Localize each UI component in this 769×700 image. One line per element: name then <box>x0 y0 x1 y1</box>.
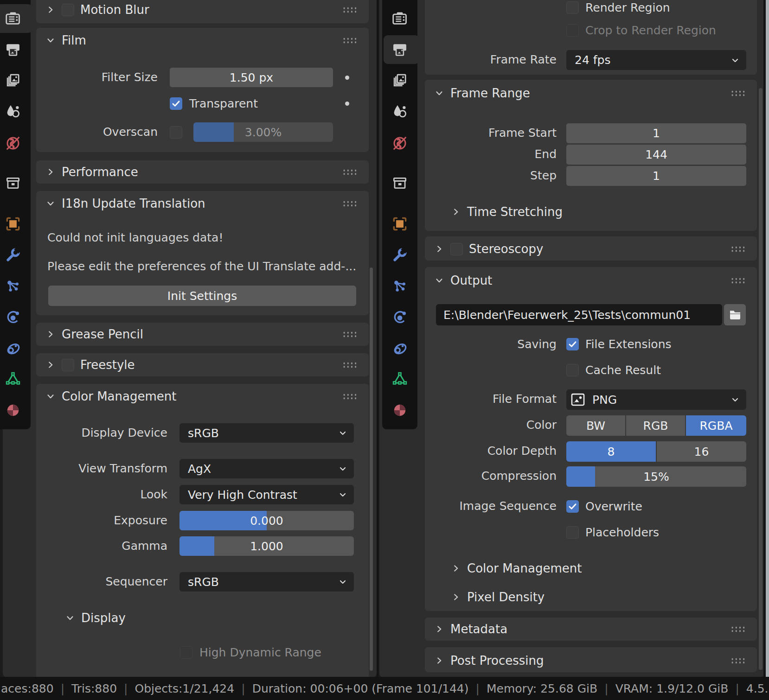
panel-drag-handle[interactable] <box>342 6 357 13</box>
frame-range-header[interactable]: Frame Range <box>425 82 757 105</box>
frame-step-field[interactable]: 1 <box>566 166 746 186</box>
motion-blur-header[interactable]: Motion Blur <box>36 0 369 21</box>
tab-physics-properties[interactable] <box>382 303 417 331</box>
tab-data-properties[interactable] <box>382 365 417 394</box>
color-management-header[interactable]: Color Management <box>36 385 369 408</box>
panel-drag-handle[interactable] <box>342 37 357 44</box>
browse-folder-button[interactable] <box>724 304 746 325</box>
pixel-density-subheader[interactable]: Pixel Density <box>425 585 757 609</box>
cache-result-checkbox[interactable] <box>566 364 579 376</box>
tab-collection-properties[interactable] <box>382 169 417 197</box>
output-color-management-subheader[interactable]: Color Management <box>425 557 757 580</box>
filter-size-field[interactable]: 1.50 px <box>170 68 333 87</box>
frame-rate-dropdown[interactable]: 24 fps <box>566 50 746 70</box>
tab-render-properties[interactable] <box>382 4 417 33</box>
sequencer-dropdown[interactable]: sRGB <box>179 572 354 592</box>
color-bw-button[interactable]: BW <box>566 415 625 436</box>
view-layer-properties-icon <box>4 71 22 89</box>
panel-drag-handle[interactable] <box>731 90 745 96</box>
tab-scene-properties[interactable] <box>382 97 417 126</box>
freestyle-header[interactable]: Freestyle <box>36 353 369 376</box>
object-properties-icon <box>391 215 409 233</box>
tab-world-properties[interactable] <box>0 129 31 158</box>
init-settings-button[interactable]: Init Settings <box>48 286 356 306</box>
display-device-dropdown[interactable]: sRGB <box>179 423 354 443</box>
tab-constraint-properties[interactable] <box>0 334 31 363</box>
view-transform-dropdown[interactable]: AgX <box>179 459 354 478</box>
file-format-dropdown[interactable]: PNG <box>566 389 746 410</box>
overscan-slider[interactable]: 3.00% <box>193 122 333 142</box>
exposure-slider[interactable]: 0.000 <box>179 511 354 530</box>
i18n-header[interactable]: I18n Update Translation <box>36 192 369 215</box>
output-label: Output <box>450 274 492 287</box>
tab-modifier-properties[interactable] <box>0 241 31 269</box>
transparent-checkbox[interactable] <box>170 97 182 110</box>
tab-view-layer-properties[interactable] <box>0 66 31 95</box>
panel-drag-handle[interactable] <box>342 169 357 175</box>
output-path-field[interactable]: E:\Blender\Feuerwerk_25\Tests\commun01 <box>436 304 722 325</box>
display-subheader[interactable]: Display <box>36 606 369 630</box>
tab-object-properties[interactable] <box>0 210 31 238</box>
window-edge <box>766 0 769 700</box>
chevron-down-icon <box>45 198 56 209</box>
hdr-checkbox[interactable] <box>180 646 192 659</box>
color-rgb-button[interactable]: RGB <box>626 415 685 436</box>
tab-output-properties[interactable] <box>382 35 417 64</box>
panel-drag-handle[interactable] <box>731 626 745 632</box>
tab-object-properties[interactable] <box>382 210 417 238</box>
panel-drag-handle[interactable] <box>731 246 745 252</box>
performance-header[interactable]: Performance <box>36 160 369 184</box>
panel-drag-handle[interactable] <box>342 393 357 400</box>
overscan-checkbox[interactable] <box>170 126 182 139</box>
chevron-down-icon <box>731 395 740 404</box>
tab-material-properties[interactable] <box>0 396 31 425</box>
decorator-dot[interactable] <box>345 102 349 106</box>
output-properties-editor: Render Region Crop to Render Region Fram… <box>378 0 764 678</box>
panel-drag-handle[interactable] <box>342 200 357 207</box>
gamma-slider[interactable]: 1.000 <box>179 536 354 556</box>
placeholders-checkbox[interactable] <box>566 526 579 539</box>
render-region-checkbox[interactable] <box>566 1 579 14</box>
grease-pencil-header[interactable]: Grease Pencil <box>36 323 369 346</box>
tab-physics-properties[interactable] <box>0 303 31 331</box>
panel-drag-handle[interactable] <box>342 362 357 368</box>
decorator-dot[interactable] <box>345 76 349 80</box>
frame-start-field[interactable]: 1 <box>566 123 746 143</box>
metadata-header[interactable]: Metadata <box>425 617 757 641</box>
depth-16-button[interactable]: 16 <box>657 441 746 462</box>
stereoscopy-header[interactable]: Stereoscopy <box>425 237 757 261</box>
tab-scene-properties[interactable] <box>0 97 31 126</box>
compression-slider[interactable]: 15% <box>566 466 746 487</box>
stereoscopy-checkbox[interactable] <box>450 243 463 255</box>
frame-end-field[interactable]: 144 <box>566 145 746 165</box>
panel-drag-handle[interactable] <box>731 657 745 664</box>
look-dropdown[interactable]: Very High Contrast <box>179 485 354 504</box>
tab-particle-properties[interactable] <box>0 272 31 300</box>
right-editor-scrollbar[interactable] <box>759 88 763 670</box>
left-editor-scrollbar[interactable] <box>370 267 373 671</box>
status-segment: VRAM: 1.9/12.0 GiB <box>615 682 729 695</box>
tab-modifier-properties[interactable] <box>382 241 417 269</box>
tab-particle-properties[interactable] <box>382 272 417 300</box>
film-header[interactable]: Film <box>36 29 369 52</box>
file-extensions-checkbox[interactable] <box>566 338 579 350</box>
time-stretching-subheader[interactable]: Time Stretching <box>425 200 757 223</box>
tab-render-properties[interactable] <box>0 4 31 33</box>
overwrite-checkbox[interactable] <box>566 500 579 513</box>
freestyle-checkbox[interactable] <box>62 359 74 371</box>
tab-material-properties[interactable] <box>382 396 417 425</box>
tab-collection-properties[interactable] <box>0 169 31 197</box>
color-rgba-button[interactable]: RGBA <box>686 415 746 436</box>
tab-data-properties[interactable] <box>0 365 31 394</box>
tab-output-properties[interactable] <box>0 35 31 64</box>
output-header[interactable]: Output <box>425 269 757 292</box>
tab-view-layer-properties[interactable] <box>382 66 417 95</box>
tab-world-properties[interactable] <box>382 129 417 158</box>
tab-constraint-properties[interactable] <box>382 334 417 363</box>
motion-blur-checkbox[interactable] <box>62 4 74 16</box>
depth-8-button[interactable]: 8 <box>566 441 656 462</box>
crop-render-region-checkbox[interactable] <box>566 24 579 37</box>
panel-drag-handle[interactable] <box>731 277 745 284</box>
panel-drag-handle[interactable] <box>342 331 357 337</box>
post-processing-header[interactable]: Post Processing <box>425 649 757 672</box>
